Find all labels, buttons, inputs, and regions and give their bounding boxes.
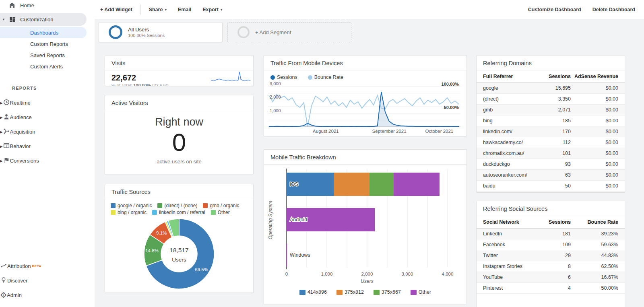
sidebar-item-discover[interactable]: Discover [0, 273, 95, 288]
cell: 101 [535, 150, 571, 156]
column-header: Sessions [535, 74, 571, 79]
home-icon [8, 1, 16, 9]
legend-swatch [411, 290, 417, 295]
delete-dashboard-button[interactable]: Delete Dashboard [587, 7, 641, 12]
legend-item: 375x667 [374, 289, 401, 295]
cell: 2,071 [535, 107, 571, 113]
sidebar-item-label: Discover [7, 278, 28, 284]
mobile-breakdown-legend: 414x896375x812375x667Other [264, 288, 466, 295]
table-row: autoseoranker.com/63$0.00 [477, 170, 625, 181]
segment-all-users[interactable]: All Users 100.00% Sessions [99, 22, 223, 42]
cell: $0.00 [571, 118, 618, 124]
sidebar-item-acquisition[interactable]: ▸ Acquisition [0, 124, 95, 139]
gear-icon: ⚙ [0, 291, 7, 299]
svg-text:Windows: Windows [290, 252, 310, 258]
sidebar-item-audience[interactable]: ▸ Audience [0, 110, 95, 124]
sidebar-item-realtime[interactable]: ▸ Realtime [0, 95, 95, 110]
share-button[interactable]: Share ▾ [143, 7, 172, 12]
widget-mobile-breakdown: Mobile Traffic Breakdown iOSAndroidWindo… [264, 149, 467, 304]
cell: 181 [535, 231, 571, 237]
legend-dot [270, 75, 275, 80]
lightbulb-icon [0, 276, 7, 285]
sidebar-item-customization[interactable]: ▾ Customization [0, 13, 87, 26]
widget-visits: Visits 22,672 % of Total: 100.00% (22,67… [105, 55, 254, 86]
column-header: AdSense Revenue [571, 74, 618, 79]
sidebar-item-dashboards[interactable]: Dashboards [0, 27, 87, 38]
cell: gmb [483, 107, 535, 113]
sidebar-item-behavior[interactable]: ▸ Behavior [0, 139, 95, 153]
legend-item: google / organic [111, 203, 152, 208]
legend-swatch [211, 210, 216, 215]
cell: Twitter [483, 253, 535, 258]
add-widget-button[interactable]: + Add Widget [95, 7, 138, 12]
sidebar-item-label: Behavior [10, 143, 31, 149]
segment-ring-icon [109, 25, 122, 39]
cell: 29 [535, 253, 571, 258]
sidebar-item-custom-reports[interactable]: Custom Reports [0, 38, 95, 49]
referring-social-table: Social NetworkSessionsBounce RateLinkedI… [477, 216, 625, 294]
dashboard-content: All Users 100.00% Sessions + Add Segment… [95, 19, 644, 307]
cell: 4 [535, 285, 571, 291]
sidebar-item-label: Realtime [10, 100, 31, 106]
sidebar-item-label: Attribution [7, 263, 31, 269]
table-row: google15,695$0.00 [477, 83, 625, 94]
widget-title: Referring Social Sources [477, 201, 625, 216]
sidebar-item-label: Audience [10, 114, 32, 120]
traffic-sources-legend: google / organic(direct) / (none)gmb / o… [105, 199, 253, 215]
sidebar-item-custom-alerts[interactable]: Custom Alerts [0, 61, 95, 72]
person-icon [3, 113, 10, 122]
widget-title: Visits [105, 56, 253, 70]
cell: $0.00 [571, 129, 618, 134]
right-now-heading: Right now [105, 116, 253, 128]
cell: 185 [535, 118, 571, 124]
cell: 63 [535, 172, 571, 178]
email-button[interactable]: Email [172, 7, 197, 12]
column-header: Social Network [483, 219, 535, 225]
legend-item: Other [211, 210, 230, 215]
table-header-row: Social NetworkSessionsBounce Rate [477, 216, 625, 229]
svg-text:50.00%: 50.00% [444, 105, 459, 110]
cell: google [483, 85, 535, 91]
cell: 15,695 [535, 85, 571, 91]
legend-swatch [111, 203, 116, 208]
svg-text:Android: Android [290, 217, 307, 223]
segment-subtitle: 100.00% Sessions [128, 33, 165, 38]
sidebar-bottom-group: Attribution BETA Discover ⚙ Admin [0, 259, 95, 302]
cell: linkedin.com/ [483, 129, 535, 134]
cell: $0.00 [571, 183, 618, 189]
legend-item: linkedin.com / referral [152, 210, 205, 215]
column-header: Full Referrer [483, 74, 535, 79]
sidebar-item-conversions[interactable]: ▸ Conversions [0, 153, 95, 168]
cell: 112 [535, 140, 571, 145]
sidebar-item-attribution[interactable]: Attribution BETA [0, 259, 95, 273]
export-button[interactable]: Export ▾ [197, 7, 228, 12]
add-segment-label: + Add Segment [255, 29, 291, 35]
cell: $0.00 [571, 172, 618, 178]
customize-dashboard-button[interactable]: Customize Dashboard [522, 7, 587, 12]
cell: 50.00% [571, 285, 618, 291]
sidebar: Home ▾ Customization Dashboards Custom R… [0, 0, 95, 307]
sidebar-item-admin[interactable]: ⚙ Admin [0, 288, 95, 302]
cell: 59.63% [571, 242, 618, 247]
referring-domains-table: Full ReferrerSessionsAdSense Revenuegoog… [477, 70, 625, 192]
cell: 170 [535, 129, 571, 134]
active-users-caption: active users on site [105, 159, 253, 165]
svg-text:1,000: 1,000 [270, 108, 281, 113]
chevron-down-icon[interactable]: ▾ [0, 17, 7, 21]
cell: $0.00 [571, 161, 618, 167]
svg-text:Users: Users [172, 257, 186, 263]
route-icon [0, 262, 7, 270]
widget-traffic-sources: Traffic Sources google / organic(direct)… [105, 184, 254, 293]
sidebar-item-home[interactable]: Home [0, 0, 95, 10]
widget-active-visitors: Active Visitors Right now 0 active users… [105, 95, 254, 174]
segment-ring-icon [237, 26, 250, 38]
sidebar-item-saved-reports[interactable]: Saved Reports [0, 49, 95, 61]
cell: baidu [483, 183, 535, 189]
cell: LinkedIn [483, 231, 535, 237]
table-row: hawkacademy.co/112$0.00 [477, 137, 625, 148]
legend-item: gmb / organic [203, 203, 239, 208]
add-segment-button[interactable]: + Add Segment [227, 22, 351, 42]
svg-text:4,000: 4,000 [442, 272, 454, 276]
legend-item: Other [411, 289, 431, 295]
legend-swatch [336, 290, 343, 295]
